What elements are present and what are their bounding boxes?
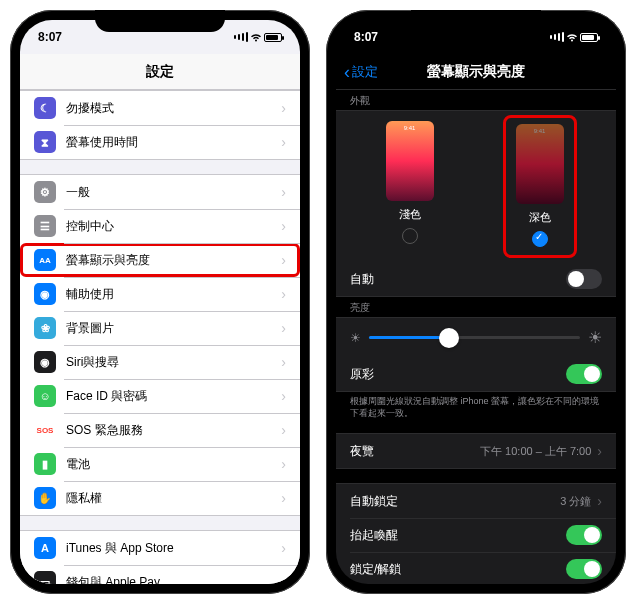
status-indicators [234, 32, 282, 42]
chevron-right-icon: › [281, 134, 286, 150]
back-button[interactable]: ‹ 設定 [344, 63, 378, 81]
chevron-right-icon: › [281, 354, 286, 370]
chevron-right-icon: › [281, 574, 286, 584]
chevron-right-icon: › [281, 286, 286, 302]
appearance-light-label: 淺色 [399, 207, 421, 222]
wifi-icon [566, 33, 578, 42]
settings-row[interactable]: ▭錢包與 Apple Pay› [20, 565, 300, 584]
battery-icon [580, 33, 598, 42]
switch-true-tone[interactable] [566, 364, 602, 384]
true-tone-footer: 根據周圍光線狀況自動調整 iPhone 螢幕，讓色彩在不同的環境下看起來一致。 [336, 392, 616, 419]
slider-thumb[interactable] [439, 328, 459, 348]
status-time: 8:07 [354, 30, 378, 44]
section-label-brightness: 亮度 [336, 297, 616, 317]
brightness-slider[interactable] [369, 336, 580, 339]
display-settings-content[interactable]: 外觀 淺色 深色 [336, 90, 616, 584]
settings-row[interactable]: ▮電池› [20, 447, 300, 481]
radio-light[interactable] [402, 228, 418, 244]
chevron-right-icon: › [281, 540, 286, 556]
appearance-option-light[interactable]: 淺色 [386, 121, 434, 250]
settings-list[interactable]: ☾勿擾模式›⧗螢幕使用時間›⚙一般›☰控制中心›AA螢幕顯示與亮度›◉輔助使用›… [20, 90, 300, 584]
chevron-right-icon: › [281, 252, 286, 268]
settings-row-label: 輔助使用 [66, 286, 281, 303]
appearance-picker: 淺色 深色 [336, 111, 616, 262]
status-time: 8:07 [38, 30, 62, 44]
lock-group: 自動鎖定 3 分鐘 › 抬起喚醒 鎖定/解鎖 [336, 483, 616, 584]
settings-row[interactable]: ⚙一般› [20, 175, 300, 209]
sun-max-icon: ☀︎ [588, 328, 602, 347]
settings-row[interactable]: ✋隱私權› [20, 481, 300, 515]
sliders-icon: ☰ [34, 215, 56, 237]
switch-lock-unlock[interactable] [566, 559, 602, 579]
row-lock-unlock[interactable]: 鎖定/解鎖 [336, 552, 616, 584]
settings-row-label: iTunes 與 App Store [66, 540, 281, 557]
nav-title: 螢幕顯示與亮度 [427, 63, 525, 81]
sun-min-icon: ☀︎ [350, 331, 361, 345]
nav-title: 設定 [146, 63, 174, 81]
night-shift-group: 夜覽 下午 10:00 – 上午 7:00 › [336, 433, 616, 469]
navbar: ‹ 設定 螢幕顯示與亮度 [336, 54, 616, 90]
privacy-icon: ✋ [34, 487, 56, 509]
brightness-group: ☀︎ ☀︎ 原彩 [336, 317, 616, 392]
settings-row[interactable]: ◉Siri與搜尋› [20, 345, 300, 379]
row-true-tone[interactable]: 原彩 [336, 357, 616, 391]
row-auto-appearance[interactable]: 自動 [336, 262, 616, 296]
accessibility-icon: ◉ [34, 283, 56, 305]
wallpaper-icon: ❀ [34, 317, 56, 339]
settings-row-label: 一般 [66, 184, 281, 201]
switch-auto-appearance[interactable] [566, 269, 602, 289]
radio-dark[interactable] [532, 231, 548, 247]
settings-row[interactable]: AA螢幕顯示與亮度› [20, 243, 300, 277]
true-tone-label: 原彩 [350, 366, 566, 383]
status-indicators [550, 32, 598, 42]
screen-display-brightness: 8:07 ‹ 設定 螢幕顯示與亮度 外觀 [336, 20, 616, 584]
moon-icon: ☾ [34, 97, 56, 119]
chevron-right-icon: › [597, 493, 602, 509]
settings-row-label: 勿擾模式 [66, 100, 281, 117]
settings-row[interactable]: ☰控制中心› [20, 209, 300, 243]
chevron-right-icon: › [281, 388, 286, 404]
notch [95, 10, 225, 32]
chevron-right-icon: › [597, 443, 602, 459]
brightness-slider-row: ☀︎ ☀︎ [336, 318, 616, 357]
settings-row-label: 螢幕顯示與亮度 [66, 252, 281, 269]
phone-frame-left: 8:07 設定 ☾勿擾模式›⧗螢幕使用時間›⚙一般›☰控制中心›AA螢幕顯示與亮… [10, 10, 310, 594]
chevron-right-icon: › [281, 422, 286, 438]
navbar: 設定 [20, 54, 300, 90]
aa-icon: AA [34, 249, 56, 271]
settings-row[interactable]: ⧗螢幕使用時間› [20, 125, 300, 159]
siri-icon: ◉ [34, 351, 56, 373]
notch [411, 10, 541, 32]
settings-row[interactable]: ◉輔助使用› [20, 277, 300, 311]
settings-row[interactable]: ☾勿擾模式› [20, 91, 300, 125]
settings-row[interactable]: ❀背景圖片› [20, 311, 300, 345]
row-raise-to-wake[interactable]: 抬起喚醒 [336, 518, 616, 552]
settings-row-label: Siri與搜尋 [66, 354, 281, 371]
settings-row-label: 錢包與 Apple Pay [66, 574, 281, 585]
row-night-shift[interactable]: 夜覽 下午 10:00 – 上午 7:00 › [336, 434, 616, 468]
appearance-option-dark[interactable]: 深色 [503, 115, 577, 258]
appearance-thumb-dark [516, 124, 564, 204]
settings-row-label: 電池 [66, 456, 281, 473]
chevron-right-icon: › [281, 456, 286, 472]
settings-row-label: Face ID 與密碼 [66, 388, 281, 405]
auto-label: 自動 [350, 271, 566, 288]
settings-row[interactable]: SOSSOS 緊急服務› [20, 413, 300, 447]
night-shift-detail: 下午 10:00 – 上午 7:00 [480, 444, 591, 459]
chevron-right-icon: › [281, 100, 286, 116]
battery-icon: ▮ [34, 453, 56, 475]
settings-row[interactable]: AiTunes 與 App Store› [20, 531, 300, 565]
row-auto-lock[interactable]: 自動鎖定 3 分鐘 › [336, 484, 616, 518]
settings-row-label: 螢幕使用時間 [66, 134, 281, 151]
night-shift-label: 夜覽 [350, 443, 480, 460]
battery-icon [264, 33, 282, 42]
screen-settings: 8:07 設定 ☾勿擾模式›⧗螢幕使用時間›⚙一般›☰控制中心›AA螢幕顯示與亮… [20, 20, 300, 584]
hourglass-icon: ⧗ [34, 131, 56, 153]
switch-raise-to-wake[interactable] [566, 525, 602, 545]
section-label-appearance: 外觀 [336, 90, 616, 110]
settings-row[interactable]: ☺Face ID 與密碼› [20, 379, 300, 413]
wallet-icon: ▭ [34, 571, 56, 584]
settings-group: ⚙一般›☰控制中心›AA螢幕顯示與亮度›◉輔助使用›❀背景圖片›◉Siri與搜尋… [20, 174, 300, 516]
raise-to-wake-label: 抬起喚醒 [350, 527, 566, 544]
appearance-dark-label: 深色 [529, 210, 551, 225]
